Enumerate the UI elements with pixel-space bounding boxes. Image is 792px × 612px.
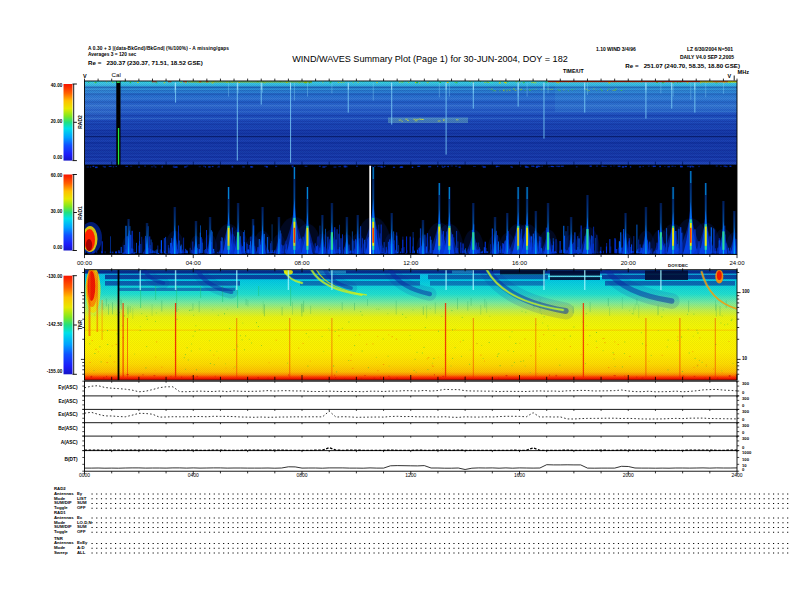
panel-name-rad2: RAD2 bbox=[77, 115, 82, 129]
strip-label: Ey(ASC) bbox=[58, 386, 77, 391]
tnr-freq-label: 100 bbox=[742, 290, 750, 295]
colorbars bbox=[64, 84, 77, 374]
colorbar-tick-label: -142.50 bbox=[47, 323, 63, 328]
footer-row-value: OFF bbox=[77, 506, 86, 510]
strip-right-tick: 0 bbox=[742, 431, 744, 435]
bottom-axis-label: 0400 bbox=[188, 473, 199, 478]
rad2-spectrogram bbox=[84, 81, 738, 165]
rad2-colorbar bbox=[64, 84, 73, 161]
strip-right-tick: 1000 bbox=[742, 451, 751, 455]
bottom-axis-label: 1200 bbox=[405, 473, 416, 478]
panel-name-rad1: RAD1 bbox=[77, 206, 82, 220]
header-version: 1.10 WIND 3/4/96 bbox=[596, 47, 636, 52]
colorbar-tick-label: 0.00 bbox=[53, 156, 62, 161]
footer-row-value: ALL bbox=[77, 551, 85, 555]
strip-right-tick: 300 bbox=[742, 382, 749, 386]
wind-waves-summary-plot: A 0.30 + 3 |(data-BkGnd)/BkGnd| (%/100%)… bbox=[0, 0, 792, 612]
strip-right-tick: 0 bbox=[742, 418, 744, 422]
colorbar-tick-label: 0.00 bbox=[53, 246, 62, 251]
bottom-axis-label: 1600 bbox=[514, 473, 525, 478]
rad1-colorbar bbox=[64, 175, 73, 251]
time-ut-label: TIME/UT bbox=[563, 69, 584, 74]
tnr-freq-label: 10 bbox=[742, 357, 747, 362]
time-axis-note: DOY/DEC bbox=[668, 264, 688, 268]
time-axis-label: 04:00 bbox=[186, 260, 201, 266]
time-axis-label: 08:00 bbox=[294, 260, 309, 266]
time-axis-label: 16:00 bbox=[512, 260, 527, 266]
bottom-axis-label: 0800 bbox=[296, 473, 307, 478]
time-axis-label: 00:00 bbox=[77, 260, 92, 266]
cal-label: Cal bbox=[112, 72, 121, 78]
bottom-axis-label: 2400 bbox=[731, 473, 742, 478]
strip-chart-lines bbox=[85, 386, 738, 470]
footer-row-label: Sweep bbox=[54, 551, 68, 555]
colorbar-tick-label: 30.00 bbox=[51, 210, 63, 215]
plot-canvas bbox=[0, 0, 792, 612]
time-axis-label: 24:00 bbox=[729, 260, 744, 266]
footer-row-value: OFF bbox=[77, 530, 86, 534]
colorbar-tick-label: -155.00 bbox=[47, 370, 63, 375]
strip-right-tick: 300 bbox=[742, 437, 749, 441]
header-daily: DAILY V4.0 SEP 2,2005 bbox=[680, 55, 734, 60]
strip-label: Ez(ASC) bbox=[59, 400, 78, 405]
time-axis-label: 20:00 bbox=[621, 260, 636, 266]
strip-right-tick: 100 bbox=[742, 458, 749, 462]
bottom-axis-label: 0000 bbox=[79, 473, 90, 478]
strip-label: Bz(ASC) bbox=[58, 427, 77, 432]
strip-right-tick: 0 bbox=[742, 404, 744, 408]
strip-label: B(DT) bbox=[64, 458, 77, 463]
data-gap bbox=[369, 166, 371, 255]
footer-row-label: Toggle bbox=[54, 530, 68, 534]
strip-right-tick: 300 bbox=[742, 410, 749, 414]
strip-right-tick: 0 bbox=[742, 391, 744, 395]
time-axis-label: 12:00 bbox=[403, 260, 418, 266]
bottom-axis-label: 2000 bbox=[623, 473, 634, 478]
strip-label: Ex(ASC) bbox=[58, 413, 77, 418]
colorbar-tick-label: 20.00 bbox=[51, 120, 63, 125]
event-marker-right: V bbox=[728, 74, 732, 80]
footer-dotted-leaders bbox=[92, 494, 791, 553]
mhz-label: MHz bbox=[738, 70, 750, 76]
header-lz: LZ 6/30/2004 N=501 bbox=[687, 47, 733, 52]
tnr-colorbar bbox=[64, 276, 73, 375]
strip-right-tick: 0 bbox=[742, 468, 744, 472]
header-left-re: Re = 230.37 (230.37, 71.51, 18.52 GSE) bbox=[88, 60, 203, 66]
panel-name-tnr: TNR bbox=[77, 320, 82, 330]
header-re-right: Re = 251.07 (240.70, 58.35, 18.80 GSE) bbox=[625, 63, 740, 69]
colorbar-tick-label: -130.00 bbox=[47, 275, 63, 280]
page-title: WIND/WAVES Summary Plot (Page 1) for 30-… bbox=[292, 55, 568, 64]
strip-label: A(ASC) bbox=[61, 441, 78, 446]
colorbar-tick-label: 60.00 bbox=[51, 174, 63, 179]
strip-right-tick: 300 bbox=[742, 424, 749, 428]
header-left-line2: Averages 3 = 120 sec bbox=[88, 53, 136, 58]
event-marker-left: V bbox=[83, 74, 87, 80]
strip-right-tick: 300 bbox=[742, 397, 749, 401]
colorbar-tick-label: 40.00 bbox=[51, 84, 63, 89]
